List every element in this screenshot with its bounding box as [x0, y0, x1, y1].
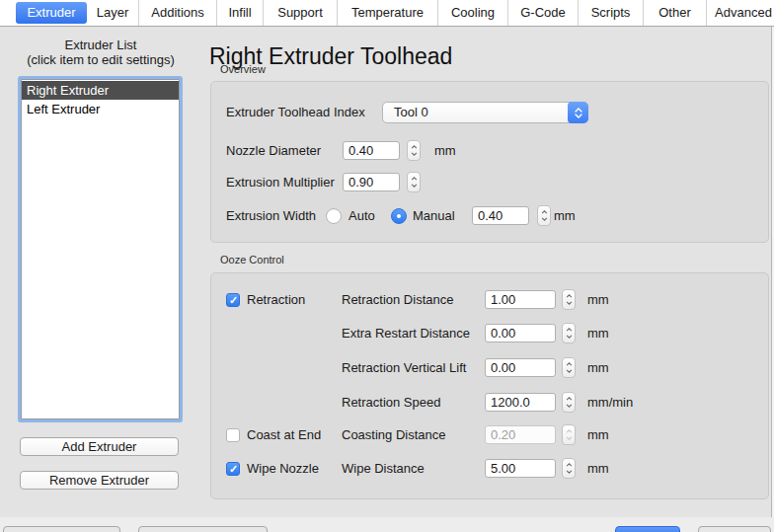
ok-button[interactable] [615, 526, 680, 532]
extrusion-width-auto-radio[interactable] [326, 208, 342, 224]
tab-support[interactable]: Support [264, 0, 338, 26]
unit-label: mm/min [587, 393, 633, 413]
unit-label: mm [434, 141, 456, 161]
retraction-speed-input[interactable] [485, 393, 556, 412]
toolhead-index-row: Extruder Toolhead Index Tool 0 [211, 103, 768, 122]
coast-at-end-checkbox[interactable] [226, 428, 240, 442]
wipe-distance-stepper[interactable] [562, 458, 576, 479]
retraction-speed-row: Retraction Speed mm/min [211, 393, 768, 413]
add-extruder-button[interactable]: Add Extruder [20, 437, 179, 456]
extruder-list-heading-line1: Extruder List [0, 38, 201, 52]
ooze-control-section-label: Ooze Control [220, 254, 284, 266]
tab-scripts[interactable]: Scripts [579, 0, 644, 26]
cancel-button[interactable] [698, 526, 771, 532]
tab-additions[interactable]: Additions [139, 0, 217, 26]
retraction-speed-label: Retraction Speed [342, 393, 440, 413]
unit-label: mm [587, 324, 609, 343]
retraction-vertical-lift-row: Retraction Vertical Lift mm [211, 358, 768, 378]
extrusion-width-manual-radio[interactable] [391, 208, 407, 224]
nozzle-diameter-input[interactable] [343, 141, 400, 160]
retraction-vertical-lift-label: Retraction Vertical Lift [342, 358, 466, 378]
extra-restart-distance-row: Extra Restart Distance mm [211, 324, 768, 343]
coasting-distance-label: Coasting Distance [342, 425, 446, 445]
bottom-left-button-1[interactable] [3, 526, 120, 532]
wipe-distance-input[interactable] [485, 459, 556, 478]
bottom-left-button-2[interactable] [138, 526, 268, 532]
wipe-distance-row: Wipe Nozzle Wipe Distance mm [211, 459, 768, 479]
retraction-distance-stepper[interactable] [562, 289, 576, 310]
tab-gcode[interactable]: G-Code [508, 0, 579, 26]
extrusion-width-label: Extrusion Width [226, 206, 316, 226]
remove-extruder-button[interactable]: Remove Extruder [20, 471, 179, 490]
unit-label: mm [554, 206, 576, 226]
nozzle-diameter-label: Nozzle Diameter [226, 141, 321, 161]
tab-extruder[interactable]: Extruder [16, 2, 87, 24]
coasting-distance-row: Coast at End Coasting Distance mm [211, 425, 768, 445]
unit-label: mm [587, 459, 609, 479]
extra-restart-distance-label: Extra Restart Distance [342, 324, 470, 343]
retraction-distance-input[interactable] [485, 290, 556, 309]
retraction-checkbox[interactable] [226, 293, 240, 307]
settings-tab-bar: Extruder Layer Additions Infill Support … [0, 0, 774, 27]
extrusion-multiplier-label: Extrusion Multiplier [226, 173, 335, 192]
unit-label: mm [587, 425, 609, 445]
extrusion-width-stepper[interactable] [537, 205, 551, 226]
extrusion-width-auto-label[interactable]: Auto [348, 206, 375, 226]
extruder-list-heading-line2: (click item to edit settings) [0, 52, 201, 67]
nozzle-diameter-stepper[interactable] [407, 140, 421, 161]
tab-infill[interactable]: Infill [217, 0, 264, 26]
nozzle-diameter-row: Nozzle Diameter mm [211, 141, 768, 161]
unit-label: mm [587, 358, 609, 378]
toolhead-index-label: Extruder Toolhead Index [226, 103, 365, 122]
ooze-control-section: Retraction Retraction Distance mm Extra … [210, 272, 769, 499]
coast-at-end-checkbox-label[interactable]: Coast at End [247, 425, 321, 445]
unit-label: mm [587, 290, 609, 310]
overview-section: Extruder Toolhead Index Tool 0 Nozzle Di… [210, 81, 769, 243]
tab-layer[interactable]: Layer [87, 0, 139, 26]
toolhead-index-selected-value: Tool 0 [394, 103, 428, 122]
dropdown-stepper-icon [568, 102, 588, 123]
wipe-distance-label: Wipe Distance [342, 459, 425, 479]
tab-advanced[interactable]: Advanced [707, 0, 774, 26]
retraction-vertical-lift-input[interactable] [485, 358, 556, 377]
tab-cooling[interactable]: Cooling [438, 0, 508, 26]
extruder-list-heading: Extruder List (click item to edit settin… [0, 38, 201, 67]
extrusion-width-row: Extrusion Width Auto Manual mm [211, 206, 768, 226]
extruder-toolhead-index-select[interactable]: Tool 0 [382, 102, 588, 123]
coasting-distance-stepper [562, 424, 576, 445]
overview-section-label: Overview [220, 63, 266, 75]
extruder-list[interactable]: Right Extruder Left Extruder [21, 79, 180, 419]
extra-restart-distance-stepper[interactable] [562, 323, 576, 343]
list-item-right-extruder[interactable]: Right Extruder [22, 81, 179, 100]
retraction-distance-label: Retraction Distance [342, 290, 453, 310]
process-settings-window: Extruder Layer Additions Infill Support … [0, 0, 774, 532]
wipe-nozzle-checkbox-label[interactable]: Wipe Nozzle [247, 459, 319, 479]
extrusion-multiplier-input[interactable] [343, 173, 400, 191]
retraction-checkbox-label[interactable]: Retraction [247, 290, 305, 310]
extra-restart-distance-input[interactable] [485, 324, 556, 342]
extrusion-width-manual-label[interactable]: Manual [413, 206, 455, 226]
tab-bar-spacer [0, 0, 16, 26]
extrusion-width-input[interactable] [472, 206, 529, 225]
extrusion-multiplier-row: Extrusion Multiplier [211, 173, 768, 192]
list-item-left-extruder[interactable]: Left Extruder [22, 100, 179, 118]
tab-other[interactable]: Other [644, 0, 707, 26]
retraction-distance-row: Retraction Retraction Distance mm [211, 290, 768, 310]
coasting-distance-input [485, 425, 556, 444]
tab-temperature[interactable]: Temperature [338, 0, 438, 26]
retraction-speed-stepper[interactable] [562, 392, 576, 413]
extrusion-multiplier-stepper[interactable] [407, 172, 421, 192]
retraction-vertical-lift-stepper[interactable] [562, 357, 576, 378]
wipe-nozzle-checkbox[interactable] [226, 462, 240, 476]
